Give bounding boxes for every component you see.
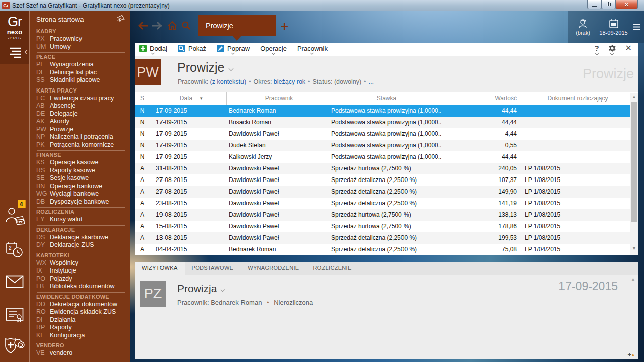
table-row[interactable]: N17-09-2015Kalkowski JerzyPodstawowa sta…	[135, 151, 630, 163]
toolbar-button-pokaż[interactable]: Pokaż	[178, 43, 206, 56]
sidebar-item-wx[interactable]: WXWspólnicy	[36, 259, 126, 267]
sidebar-item-po[interactable]: POPojazdy	[36, 275, 126, 283]
table-row[interactable]: A31-08-2015Dawidowski PawełSprzedaż hurt…	[135, 163, 630, 174]
toolbar-button-dodaj[interactable]: Dodaj	[139, 43, 167, 56]
sidebar-item-rp[interactable]: RPRaporty	[36, 324, 126, 332]
time-shortcut-button[interactable]: 2	[0, 241, 29, 258]
table-row[interactable]: A15-08-2015Dawidowski PawełSprzedaż hurt…	[135, 221, 630, 232]
sidebar-item-dy[interactable]: DYDeklaracje ZUS	[36, 241, 126, 249]
table-row[interactable]: A13-08-2015Dawidowski PawełSprzedaż deta…	[135, 232, 630, 244]
sidebar-item-ix[interactable]: IXInstytucje	[36, 267, 126, 275]
view-header: PW Prowizje Pracownik: (z kontekstu)•Okr…	[135, 56, 638, 92]
home-button[interactable]	[167, 21, 177, 30]
detail-tab-1[interactable]: WIZYTÓWKA	[135, 262, 185, 275]
table-row[interactable]: A27-08-2015Dawidowski PawełSprzedaż deta…	[135, 186, 630, 198]
column-header-dok[interactable]: Dokument rozliczający	[522, 92, 630, 105]
table-row[interactable]: N17-09-2015Bednarek RomanPodstawowa staw…	[135, 105, 630, 117]
sidebar-section-header: EWIDENCJE DODATKOWE	[36, 293, 126, 301]
column-header-data[interactable]: Data▼	[150, 92, 226, 105]
filter-value[interactable]: (z kontekstu)	[210, 78, 247, 85]
table-row[interactable]: A23-08-2015Dawidowski PawełSprzedaż deta…	[135, 198, 630, 209]
detail-tab-3[interactable]: WYNAGRODZENIE	[240, 262, 306, 275]
sidebar-item-label: Deklaracje skarbowe	[50, 234, 108, 242]
minimize-button[interactable]	[587, 0, 602, 9]
panel-corner-icon[interactable]: ✚	[627, 352, 634, 357]
sidebar-item-ss[interactable]: SSSkładniki płacowe	[36, 76, 126, 84]
sidebar-item-ks[interactable]: KSOperacje kasowe	[36, 159, 126, 167]
column-header-wart[interactable]: Wartość	[442, 92, 522, 105]
sidebar-item-dl[interactable]: DLDefinicje list płac	[36, 69, 126, 77]
sidebar-item-pl[interactable]: PLWynagrodzenia	[36, 61, 126, 69]
search-button[interactable]	[181, 21, 191, 30]
forward-button[interactable]	[152, 22, 162, 30]
sidebar-item-px[interactable]: PXPracownicy	[36, 35, 126, 43]
sidebar-item-rs[interactable]: RSRaporty kasowe	[36, 167, 126, 175]
toolbar-button-operacje[interactable]: Operacje	[260, 43, 287, 56]
column-header-prac[interactable]: Pracownik	[226, 92, 329, 105]
employees-shortcut-button[interactable]	[0, 206, 29, 225]
table-row[interactable]: N17-09-2015Dudek StefanPodstawowa stawka…	[135, 140, 630, 151]
chevron-down-icon	[229, 66, 234, 71]
table-row[interactable]: N17-09-2015Bosacki RomanPodstawowa stawk…	[135, 117, 630, 128]
filter-separator: •	[249, 78, 251, 85]
settings-button[interactable]	[608, 44, 616, 55]
table-row[interactable]: A19-08-2015Dawidowski PawełSprzedaż hurt…	[135, 209, 630, 221]
help-button[interactable]: ?	[594, 44, 599, 55]
sidebar-item-di[interactable]: DIDziałania	[36, 316, 126, 324]
sidebar-item-lb[interactable]: LBBiblioteka dokumentów	[36, 283, 126, 291]
cell-document: LP 1/08/2015	[522, 163, 630, 174]
close-view-button[interactable]: ✕	[625, 44, 632, 52]
table-row[interactable]: N17-09-2015Dawidowski PawełPodstawowa st…	[135, 128, 630, 140]
date-widget[interactable]: 18-09-2015	[598, 11, 629, 43]
certificates-shortcut-button[interactable]	[0, 307, 29, 323]
sidebar-item-ve[interactable]: VEvendero	[36, 349, 126, 357]
sidebar-item-kf[interactable]: KFKonfiguracja	[36, 332, 126, 340]
panel-scroll-up-icon[interactable]: ▲	[631, 277, 635, 282]
back-button[interactable]	[138, 22, 148, 30]
column-header-staw[interactable]: Stawka	[329, 92, 442, 105]
sidebar-item-home[interactable]: Strona startowa	[36, 14, 126, 25]
sidebar-item-ey[interactable]: EYKursy walut	[36, 216, 126, 224]
sidebar-item-db[interactable]: DBDyspozycje bankowe	[36, 198, 126, 206]
table-row[interactable]: A27-08-2015Dawidowski PawełSprzedaż deta…	[135, 174, 630, 186]
sidebar-item-np[interactable]: NPNaliczenia i potrącenia	[36, 133, 126, 141]
toolbar-button-pracownik[interactable]: Pracownik	[297, 43, 328, 56]
sidebar-item-dd[interactable]: DDDekretacja dokumentów	[36, 301, 126, 309]
tab-prowizje[interactable]: Prowizje	[198, 15, 276, 36]
main-menu-button[interactable]	[629, 11, 644, 43]
toolbar-button-popraw[interactable]: Popraw	[217, 43, 250, 56]
restore-button[interactable]	[601, 0, 616, 9]
sidebar-item-um[interactable]: UMUmowy	[36, 43, 126, 51]
new-tab-button[interactable]: +	[281, 20, 288, 33]
sidebar-item-ab[interactable]: ABAbsencje	[36, 102, 126, 110]
sidebar-item-ak[interactable]: AKAkordy	[36, 118, 126, 126]
filter-value[interactable]: ...	[368, 78, 373, 85]
sidebar-item-ec[interactable]: ECEwidencja czasu pracy	[36, 95, 126, 103]
sidebar-item-de[interactable]: DEDelegacje	[36, 110, 126, 118]
pin-icon[interactable]	[117, 15, 125, 22]
filter-value[interactable]: bieżący rok	[274, 78, 305, 85]
sidebar-item-pk[interactable]: PKPotrącenia komornicze	[36, 141, 126, 149]
user-widget[interactable]: (brak)	[568, 11, 598, 43]
detail-title[interactable]: Prowizja	[177, 283, 224, 295]
detail-tab-4[interactable]: ROZLICZENIE	[306, 262, 359, 275]
vertical-scrollbar[interactable]: ▲ ▼	[630, 93, 638, 255]
table-row[interactable]: A04-04-2015Bednarek RomanSprzedaż detali…	[135, 244, 630, 255]
insurance-shortcut-button[interactable]	[0, 337, 29, 355]
sidebar-item-se[interactable]: SESesje kasowe	[36, 174, 126, 183]
sidebar-item-bn[interactable]: BNOperacje bankowe	[36, 183, 126, 191]
cell-rate: Sprzedaż hurtowa (2,7500 %)	[329, 209, 442, 221]
close-window-button[interactable]: ✕	[615, 0, 638, 9]
page-title[interactable]: Prowizje	[177, 60, 233, 75]
mail-shortcut-button[interactable]	[0, 275, 29, 288]
sidebar-item-ds[interactable]: DSDeklaracje skarbowe	[36, 234, 126, 242]
sidebar-item-ro[interactable]: ROEwidencja składek ZUS	[36, 308, 126, 316]
sidebar-item-pw[interactable]: PWProwizje	[36, 126, 126, 134]
title-bar: Gr Szef Szef na Gratyfikant - Gratyfikan…	[0, 0, 644, 11]
scroll-down-icon[interactable]: ▼	[630, 246, 638, 251]
sidebar-item-wg[interactable]: WGWyciągi bankowe	[36, 190, 126, 198]
scrollbar-thumb[interactable]	[631, 102, 637, 222]
column-header-s[interactable]: S	[135, 92, 150, 105]
scroll-up-icon[interactable]: ▲	[630, 94, 638, 99]
detail-tab-2[interactable]: PODSTAWOWE	[185, 262, 241, 275]
